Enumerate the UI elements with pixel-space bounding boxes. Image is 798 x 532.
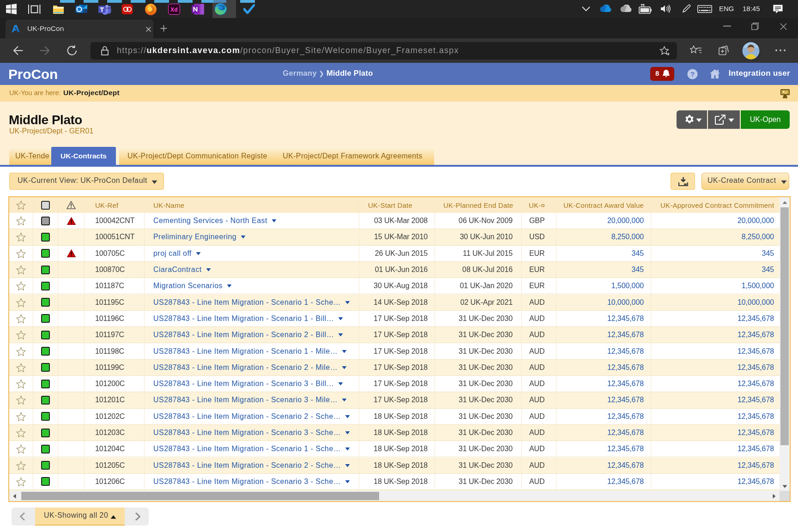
svg-text:?: ?	[690, 70, 695, 78]
svg-text:Xd: Xd	[170, 6, 178, 13]
